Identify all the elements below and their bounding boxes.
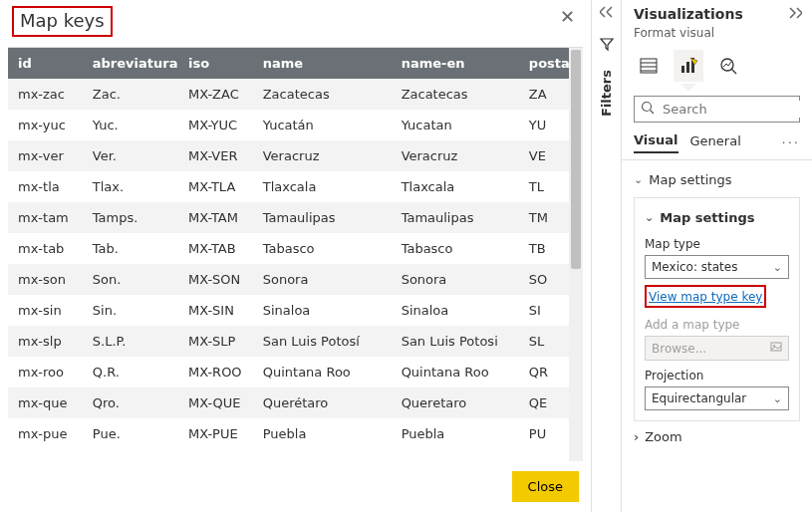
visualizations-pane: Visualizations Format visual Visual Gene… (621, 0, 812, 512)
col-header-iso[interactable]: iso (178, 48, 253, 79)
table-cell: Queretaro (392, 387, 519, 418)
table-cell: Tamaulipas (392, 202, 519, 233)
visualizations-title: Visualizations (634, 6, 743, 22)
filters-pane-collapsed: Filters (591, 0, 621, 512)
map-settings-sublabel: Map settings (660, 210, 754, 225)
table-cell: mx-roo (8, 357, 83, 387)
map-settings-label: Map settings (649, 172, 731, 187)
table-cell: Zac. (83, 79, 178, 110)
map-keys-table-wrap: id abreviatura iso name name-en postal m… (8, 47, 583, 461)
tab-visual[interactable]: Visual (634, 132, 678, 153)
col-header-abreviatura[interactable]: abreviatura (83, 48, 178, 79)
table-cell: mx-ver (8, 140, 83, 171)
table-cell: mx-que (8, 387, 83, 418)
table-row[interactable]: mx-queQro.MX-QUEQuerétaroQueretaroQE (8, 387, 583, 418)
browse-map-button[interactable]: Browse... (645, 336, 789, 361)
map-type-label: Map type (645, 237, 789, 251)
map-settings-subheader[interactable]: ⌄ Map settings (645, 206, 789, 229)
table-cell: Yucatán (253, 110, 392, 140)
table-row[interactable]: mx-tabTab.MX-TABTabascoTabascoTB (8, 233, 583, 264)
close-icon[interactable]: ✕ (556, 6, 579, 27)
filters-expand-chevron-icon[interactable] (600, 6, 614, 18)
map-settings-card: ⌄ Map settings Map type Mexico: states ⌄… (634, 197, 800, 421)
more-options-icon[interactable]: ··· (782, 135, 800, 150)
table-row[interactable]: mx-tamTamps.MX-TAMTamaulipasTamaulipasTM (8, 202, 583, 233)
filters-icon[interactable] (599, 36, 615, 52)
table-row[interactable]: mx-yucYuc.MX-YUCYucatánYucatanYU (8, 110, 583, 140)
table-cell: MX-ROO (178, 357, 253, 387)
table-cell: mx-sin (8, 295, 83, 326)
table-cell: mx-tla (8, 171, 83, 202)
chevron-down-icon: ⌄ (634, 173, 643, 186)
table-cell: San Luis Potosí (253, 326, 392, 357)
table-cell: Tlax. (83, 171, 178, 202)
table-scrollbar[interactable] (569, 48, 583, 461)
table-row[interactable]: mx-verVer.MX-VERVeracruzVeracruzVE (8, 140, 583, 171)
table-row[interactable]: mx-puePue.MX-PUEPueblaPueblaPU (8, 418, 583, 449)
browse-label: Browse... (652, 342, 706, 356)
table-cell: Tamaulipas (253, 202, 392, 233)
table-row[interactable]: mx-rooQ.R.MX-ROOQuintana RooQuintana Roo… (8, 357, 583, 387)
table-cell: mx-tab (8, 233, 83, 264)
map-type-value: Mexico: states (652, 260, 737, 274)
table-row[interactable]: mx-sinSin.MX-SINSinaloaSinaloaSI (8, 295, 583, 326)
close-button[interactable]: Close (512, 471, 579, 502)
scrollbar-thumb[interactable] (571, 50, 581, 269)
projection-select[interactable]: Equirectangular ⌄ (645, 386, 789, 410)
table-cell: MX-SLP (178, 326, 253, 357)
view-map-type-key-link[interactable]: View map type key (649, 290, 762, 304)
chevron-down-icon: ⌄ (645, 211, 654, 224)
table-cell: MX-TAB (178, 233, 253, 264)
table-cell: Sonora (253, 264, 392, 295)
table-cell: MX-VER (178, 140, 253, 171)
table-row[interactable]: mx-sonSon.MX-SONSonoraSonoraSO (8, 264, 583, 295)
table-cell: Sinaloa (253, 295, 392, 326)
table-cell: Quintana Roo (392, 357, 519, 387)
format-visual-label: Format visual (622, 24, 812, 46)
table-cell: Sinaloa (392, 295, 519, 326)
table-cell: Quintana Roo (253, 357, 392, 387)
table-cell: Son. (83, 264, 178, 295)
col-header-id[interactable]: id (8, 48, 83, 79)
zoom-card-header[interactable]: › Zoom (634, 421, 800, 452)
table-cell: mx-son (8, 264, 83, 295)
table-cell: Pue. (83, 418, 178, 449)
table-cell: MX-SIN (178, 295, 253, 326)
svg-line-10 (651, 111, 655, 115)
chevron-down-icon: ⌄ (773, 392, 782, 405)
browse-icon (770, 341, 782, 356)
build-visual-tab[interactable] (634, 50, 664, 82)
tab-general[interactable]: General (690, 133, 741, 152)
table-cell: mx-zac (8, 79, 83, 110)
table-cell: Zacatecas (392, 79, 519, 110)
table-cell: MX-YUC (178, 110, 253, 140)
map-settings-card-header[interactable]: ⌄ Map settings (634, 168, 800, 191)
search-icon (641, 101, 655, 118)
table-row[interactable]: mx-zacZac.MX-ZACZacatecasZacatecasZA (8, 79, 583, 110)
table-cell: Zacatecas (253, 79, 392, 110)
analytics-tab[interactable] (713, 50, 743, 82)
table-cell: mx-slp (8, 326, 83, 357)
table-row[interactable]: mx-tlaTlax.MX-TLATlaxcalaTlaxcalaTL (8, 171, 583, 202)
svg-rect-5 (686, 62, 689, 73)
format-search-input[interactable] (661, 101, 812, 118)
table-cell: Q.R. (83, 357, 178, 387)
table-cell: Ver. (83, 140, 178, 171)
table-cell: Yucatan (392, 110, 519, 140)
table-cell: mx-yuc (8, 110, 83, 140)
format-search-box[interactable] (634, 96, 800, 123)
map-type-select[interactable]: Mexico: states ⌄ (645, 255, 789, 279)
filters-pane-label[interactable]: Filters (599, 70, 614, 117)
table-row[interactable]: mx-slpS.L.P.MX-SLPSan Luis PotosíSan Lui… (8, 326, 583, 357)
svg-point-9 (643, 103, 652, 112)
col-header-name[interactable]: name (253, 48, 392, 79)
visualizations-expand-icon[interactable] (788, 7, 802, 22)
table-cell: Tabasco (392, 233, 519, 264)
dialog-title-highlight: Map keys (12, 6, 113, 37)
table-cell: San Luis Potosi (392, 326, 519, 357)
col-header-name-en[interactable]: name-en (392, 48, 519, 79)
table-cell: MX-QUE (178, 387, 253, 418)
svg-rect-4 (681, 66, 684, 73)
format-visual-tab[interactable] (674, 50, 703, 82)
table-cell: mx-tam (8, 202, 83, 233)
